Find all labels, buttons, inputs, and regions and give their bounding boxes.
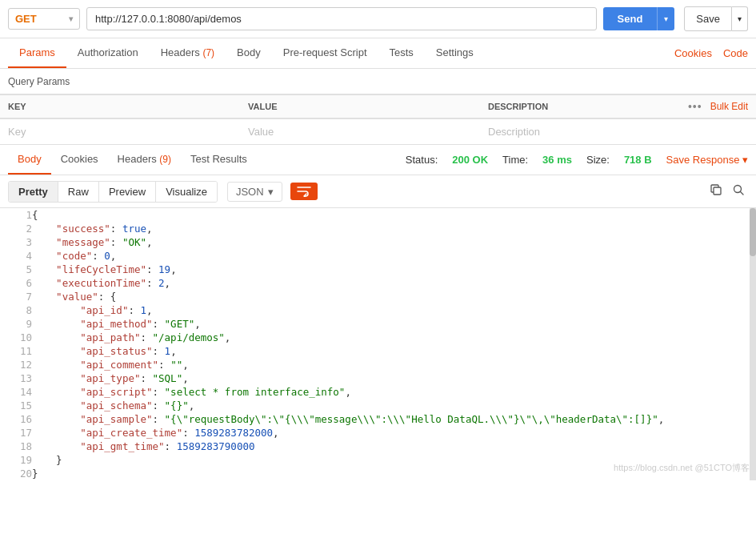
code-content: "api_id": 1, <box>32 303 756 317</box>
params-row-input <box>0 118 756 144</box>
line-number: 17 <box>0 426 32 440</box>
col-header-actions: ••• Bulk Edit <box>688 100 748 113</box>
tab-authorization[interactable]: Authorization <box>66 38 150 68</box>
format-select[interactable]: JSON ▾ <box>227 182 282 202</box>
search-icon <box>732 183 745 196</box>
bulk-edit-button[interactable]: Bulk Edit <box>710 101 748 112</box>
code-content: "api_path": "/api/demos", <box>32 331 756 344</box>
table-row: 14 "api_script": "select * from interfac… <box>0 385 756 399</box>
scrollbar-thumb[interactable] <box>750 208 756 256</box>
col-header-value: VALUE <box>248 97 488 116</box>
copy-icon <box>710 183 722 196</box>
table-row: 7 "value": { <box>0 290 756 303</box>
table-row: 5 "lifeCycleTime": 19, <box>0 263 756 276</box>
format-arrow: ▾ <box>268 186 274 198</box>
cookies-link[interactable]: Cookies <box>674 47 712 59</box>
format-tab-preview[interactable]: Preview <box>99 182 156 202</box>
send-button-group: Send ▾ <box>603 7 675 30</box>
table-row: 12 "api_comment": "", <box>0 358 756 371</box>
resp-tab-cookies[interactable]: Cookies <box>51 145 108 175</box>
search-button[interactable] <box>729 180 748 203</box>
format-label: JSON <box>236 186 264 198</box>
code-content: "api_script": "select * from interface_i… <box>32 385 756 399</box>
code-content: "code": 0, <box>32 249 756 263</box>
line-number: 7 <box>0 290 32 303</box>
request-tabs: Params Authorization Headers (7) Body Pr… <box>0 38 756 69</box>
more-options-button[interactable]: ••• <box>688 100 702 113</box>
size-value: 718 B <box>624 154 652 166</box>
wrap-button[interactable] <box>290 183 318 200</box>
code-content: "api_sample": "{\"requestBody\":\"{\\\"m… <box>32 412 756 426</box>
line-number: 20 <box>0 467 32 480</box>
desc-input[interactable] <box>488 122 748 141</box>
copy-button[interactable] <box>706 180 726 203</box>
line-number: 6 <box>0 276 32 290</box>
format-tab-visualize[interactable]: Visualize <box>156 182 217 202</box>
method-select[interactable]: GET ▾ <box>8 8 80 30</box>
response-toolbar: Pretty Raw Preview Visualize JSON ▾ <box>0 175 756 208</box>
save-response-button[interactable]: Save Response ▾ <box>666 154 748 166</box>
table-row: 1{ <box>0 208 756 222</box>
line-number: 9 <box>0 317 32 331</box>
col-header-desc: DESCRIPTION <box>488 97 688 116</box>
code-table: 1{2 "success": true,3 "message": "OK",4 … <box>0 208 756 480</box>
response-status: Status: 200 OK Time: 36 ms Size: 718 B S… <box>406 147 748 172</box>
right-links: Cookies Code <box>674 39 748 67</box>
col-header-key: KEY <box>8 97 248 116</box>
line-number: 15 <box>0 399 32 412</box>
table-row: 13 "api_type": "SQL", <box>0 371 756 385</box>
line-number: 2 <box>0 222 32 235</box>
tab-settings[interactable]: Settings <box>425 38 485 68</box>
wrap-icon <box>297 186 311 197</box>
value-input[interactable] <box>248 122 488 141</box>
url-input[interactable] <box>86 7 597 30</box>
format-tab-pretty[interactable]: Pretty <box>9 182 58 202</box>
line-number: 16 <box>0 412 32 426</box>
table-row: 11 "api_status": 1, <box>0 344 756 358</box>
code-content: } <box>32 467 756 480</box>
params-table-header: KEY VALUE DESCRIPTION ••• Bulk Edit <box>0 95 756 118</box>
table-row: 16 "api_sample": "{\"requestBody\":\"{\\… <box>0 412 756 426</box>
table-row: 19 } <box>0 453 756 467</box>
format-tab-raw[interactable]: Raw <box>58 182 99 202</box>
time-label: Time: <box>502 154 528 166</box>
resp-tab-headers[interactable]: Headers (9) <box>108 145 181 175</box>
tab-params[interactable]: Params <box>8 38 66 68</box>
tab-pre-request-script[interactable]: Pre-request Script <box>272 38 378 68</box>
size-label: Size: <box>586 154 610 166</box>
code-content: "api_schema": "{}", <box>32 399 756 412</box>
code-link[interactable]: Code <box>723 47 748 59</box>
line-number: 5 <box>0 263 32 276</box>
code-content: "message": "OK", <box>32 235 756 249</box>
table-row: 18 "api_gmt_time": 1589283790000 <box>0 440 756 453</box>
tab-tests[interactable]: Tests <box>378 38 425 68</box>
resp-tab-body[interactable]: Body <box>8 145 51 175</box>
line-number: 3 <box>0 235 32 249</box>
table-row: 8 "api_id": 1, <box>0 303 756 317</box>
send-button[interactable]: Send <box>603 7 658 30</box>
code-container: 1{2 "success": true,3 "message": "OK",4 … <box>0 208 756 480</box>
status-label: Status: <box>406 154 438 166</box>
send-dropdown-button[interactable]: ▾ <box>657 7 674 30</box>
tab-body[interactable]: Body <box>226 38 272 68</box>
code-content: "api_gmt_time": 1589283790000 <box>32 440 756 453</box>
svg-rect-0 <box>714 187 721 195</box>
code-content: "api_method": "GET", <box>32 317 756 331</box>
tab-headers[interactable]: Headers (7) <box>150 38 226 68</box>
save-button[interactable]: Save <box>684 6 732 31</box>
table-row: 6 "executionTime": 2, <box>0 276 756 290</box>
response-tabs: Body Cookies Headers (9) Test Results St… <box>0 145 756 175</box>
time-value: 36 ms <box>542 154 572 166</box>
query-params-section: Query Params <box>0 69 756 94</box>
code-content: "executionTime": 2, <box>32 276 756 290</box>
code-content: "lifeCycleTime": 19, <box>32 263 756 276</box>
save-dropdown-button[interactable]: ▾ <box>732 6 748 31</box>
scrollbar-track[interactable] <box>750 208 756 480</box>
query-params-label: Query Params <box>8 76 70 87</box>
top-bar: GET ▾ Send ▾ Save ▾ <box>0 0 756 38</box>
line-number: 14 <box>0 385 32 399</box>
table-row: 9 "api_method": "GET", <box>0 317 756 331</box>
resp-tab-test-results[interactable]: Test Results <box>181 145 257 175</box>
line-number: 1 <box>0 208 32 222</box>
key-input[interactable] <box>8 122 248 141</box>
